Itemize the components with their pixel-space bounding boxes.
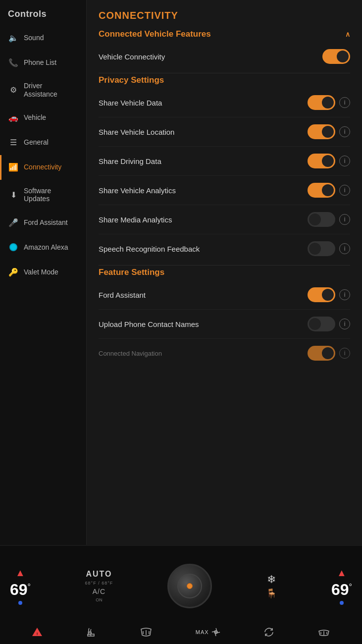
- temp-right-display: 69 °: [331, 581, 352, 599]
- max-ac-group: MAX: [196, 627, 221, 637]
- upload-phone-contact-names-info[interactable]: i: [339, 319, 350, 329]
- sidebar-label-amazon-alexa: Amazon Alexa: [24, 243, 68, 252]
- connected-navigation-controls: i: [308, 346, 350, 361]
- share-vehicle-location-toggle[interactable]: [308, 124, 335, 139]
- valet-mode-icon: 🔑: [8, 267, 19, 277]
- connected-navigation-row: Connected Navigation i: [99, 339, 350, 368]
- share-vehicle-location-knob: [322, 126, 334, 138]
- sidebar-item-phone-list[interactable]: 📞 Phone List: [0, 50, 86, 75]
- connected-navigation-info[interactable]: i: [339, 348, 350, 359]
- bottom-bar: ▲ 69 ° AUTO 68°F / 68°F A/C ON: [0, 545, 362, 644]
- sidebar-label-phone-list: Phone List: [24, 58, 56, 67]
- ford-assistant-info[interactable]: i: [339, 289, 350, 300]
- divider-2: [99, 265, 350, 266]
- sidebar-item-ford-assistant[interactable]: 🎤 Ford Assistant: [0, 210, 86, 235]
- temp-up-left-button[interactable]: ▲: [15, 567, 25, 579]
- ac-sub: ON: [96, 597, 103, 602]
- connected-navigation-toggle[interactable]: [308, 346, 335, 361]
- knob-dot: [187, 583, 193, 589]
- sidebar-label-ford-assistant: Ford Assistant: [24, 218, 68, 227]
- climate-center: AUTO 68°F / 68°F A/C ON: [85, 570, 113, 602]
- share-vehicle-data-info[interactable]: i: [339, 97, 350, 108]
- speech-recognition-feedback-info[interactable]: i: [339, 243, 350, 254]
- share-vehicle-location-label: Share Vehicle Location: [99, 128, 308, 136]
- sidebar-label-valet-mode: Valet Mode: [24, 268, 58, 276]
- vehicle-connectivity-toggle[interactable]: [322, 49, 350, 64]
- share-media-analytics-controls: i: [308, 212, 350, 227]
- auto-sub: 68°F / 68°F: [85, 581, 113, 586]
- temp-up-right-button[interactable]: ▲: [337, 567, 347, 579]
- vehicle-connectivity-label: Vehicle Connectivity: [99, 53, 322, 61]
- vehicle-icon: 🚗: [8, 112, 19, 123]
- ac-label: A/C: [93, 588, 105, 595]
- upload-phone-contact-names-controls: i: [308, 317, 350, 331]
- share-driving-data-info[interactable]: i: [339, 156, 350, 166]
- ford-assistant-controls: i: [308, 287, 350, 302]
- share-vehicle-analytics-info[interactable]: i: [339, 185, 350, 196]
- share-vehicle-location-info[interactable]: i: [339, 126, 350, 137]
- feature-settings-label: Feature Settings: [99, 268, 164, 277]
- climate-left: ▲ 69 °: [10, 567, 31, 605]
- seat-heat-left-icon: [85, 626, 97, 638]
- share-vehicle-data-label: Share Vehicle Data: [99, 99, 308, 107]
- share-media-analytics-knob: [309, 214, 321, 225]
- share-media-analytics-row: Share Media Analytics i: [99, 205, 350, 234]
- upload-phone-contact-names-toggle[interactable]: [308, 317, 335, 331]
- ford-assistant-row: Ford Assistant i: [99, 280, 350, 310]
- share-vehicle-analytics-knob: [322, 184, 334, 196]
- share-vehicle-location-row: Share Vehicle Location i: [99, 117, 350, 147]
- volume-knob[interactable]: [167, 564, 212, 608]
- share-media-analytics-info[interactable]: i: [339, 214, 350, 225]
- climate-right: ▲ 69 °: [331, 567, 352, 605]
- sidebar-item-vehicle[interactable]: 🚗 Vehicle: [0, 106, 86, 130]
- rear-defrost-button[interactable]: [317, 626, 331, 638]
- sidebar-item-amazon-alexa[interactable]: Amazon Alexa: [0, 235, 86, 260]
- ford-assistant-knob: [322, 289, 334, 301]
- share-vehicle-data-toggle[interactable]: [308, 95, 335, 110]
- share-vehicle-analytics-toggle[interactable]: [308, 183, 335, 198]
- share-driving-data-toggle[interactable]: [308, 154, 335, 168]
- sidebar-label-general: General: [24, 138, 49, 147]
- defrost-front-button[interactable]: [139, 626, 153, 638]
- sidebar-item-software-updates[interactable]: ⬇ SoftwareUpdates: [0, 180, 86, 211]
- divider-1: [99, 73, 350, 73]
- sidebar-label-vehicle: Vehicle: [24, 113, 46, 122]
- temp-left-display: 69 °: [10, 581, 31, 599]
- main-area: Controls 🔈 Sound 📞 Phone List ⚙ DriverAs…: [0, 0, 362, 545]
- seat-heat-left-button[interactable]: [85, 626, 97, 638]
- connected-vehicle-features-title[interactable]: Connected Vehicle Features ∧: [99, 29, 350, 39]
- share-vehicle-data-controls: i: [308, 95, 350, 110]
- privacy-settings-section: Privacy Settings Share Vehicle Data i Sh…: [87, 75, 362, 263]
- feature-settings-title: Feature Settings: [99, 268, 350, 277]
- share-vehicle-location-controls: i: [308, 124, 350, 139]
- sidebar-item-connectivity[interactable]: 📶 Connectivity: [0, 155, 86, 180]
- sync-icon: [263, 626, 275, 638]
- upload-phone-contact-names-knob: [309, 318, 321, 330]
- sidebar-item-valet-mode[interactable]: 🔑 Valet Mode: [0, 260, 86, 284]
- seat-icon: 🪑: [266, 588, 277, 599]
- sidebar: Controls 🔈 Sound 📞 Phone List ⚙ DriverAs…: [0, 0, 87, 545]
- share-media-analytics-toggle[interactable]: [308, 212, 335, 227]
- sync-button[interactable]: [263, 626, 275, 638]
- svg-text:!: !: [36, 632, 38, 636]
- speech-recognition-feedback-toggle[interactable]: [308, 241, 335, 256]
- sidebar-label-connectivity: Connectivity: [24, 163, 61, 171]
- speech-recognition-feedback-controls: i: [308, 241, 350, 256]
- upload-phone-contact-names-row: Upload Phone Contact Names i: [99, 310, 350, 339]
- general-icon: ☰: [8, 137, 19, 148]
- climate-right-fan: ❄ 🪑: [266, 573, 277, 599]
- volume-knob-container: [167, 564, 212, 608]
- vehicle-connectivity-controls: [322, 49, 350, 64]
- chevron-up-icon: ∧: [345, 30, 350, 38]
- sidebar-item-sound[interactable]: 🔈 Sound: [0, 25, 86, 50]
- fan-icon: ❄: [267, 573, 276, 586]
- ford-assistant-toggle[interactable]: [308, 287, 335, 302]
- hazard-button[interactable]: !: [31, 626, 43, 638]
- sidebar-item-general[interactable]: ☰ General: [0, 130, 86, 155]
- privacy-settings-title: Privacy Settings: [99, 75, 350, 85]
- sidebar-header: Controls: [0, 0, 86, 25]
- sidebar-item-driver-assistance[interactable]: ⚙ DriverAssistance: [0, 75, 86, 106]
- temp-right-unit: °: [349, 581, 352, 591]
- phone-icon: 📞: [8, 57, 19, 68]
- speech-recognition-feedback-knob: [309, 243, 321, 255]
